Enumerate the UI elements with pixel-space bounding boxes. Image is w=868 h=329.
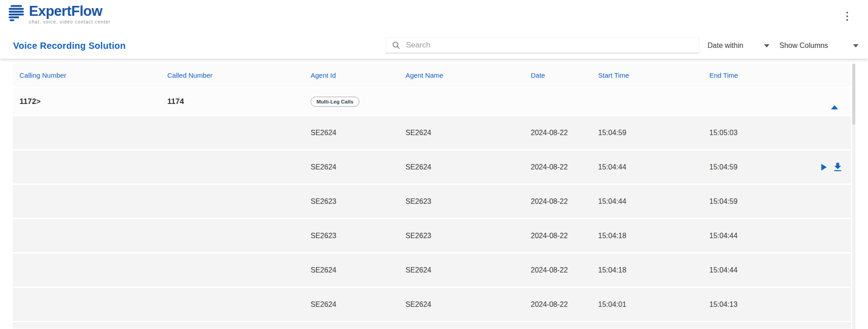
agent-name-cell: SE2624 [406, 163, 531, 171]
date-cell: 2024-08-22 [531, 197, 598, 206]
agent-id-cell: SE2624 [311, 301, 406, 309]
show-columns-dropdown[interactable]: Show Columns [777, 38, 861, 53]
column-header-date[interactable]: Date [531, 71, 598, 79]
download-icon[interactable] [832, 161, 844, 173]
date-cell: 2024-08-22 [531, 232, 598, 240]
agent-name-cell: SE2624 [406, 129, 531, 137]
start-time-cell: 15:04:44 [598, 163, 709, 171]
calling-number-value: 1172> [19, 97, 167, 106]
agent-id-cell: SE2624 [311, 129, 406, 137]
expertflow-logo-icon [7, 4, 26, 24]
table-scrollbar[interactable] [852, 64, 855, 329]
agent-id-cell: SE2624 [311, 163, 406, 171]
expertflow-logo: ExpertFlow chat, voice, video contact ce… [7, 4, 111, 24]
triangle-up-icon[interactable] [829, 96, 840, 108]
page-title: Voice Recording Solution [13, 41, 126, 51]
agent-name-cell: SE2624 [406, 266, 531, 274]
search-input[interactable] [405, 40, 693, 50]
call-leg-row: SE2624 SE2624 2024-08-22 15:04:01 15:04:… [13, 288, 851, 321]
toolbar: Voice Recording Solution Date within Sho… [0, 33, 868, 59]
date-cell: 2024-08-22 [531, 301, 598, 309]
call-leg-row: SE2624 SE2624 2024-08-22 15:04:44 15:04:… [13, 150, 851, 183]
brand-tagline: chat, voice, video contact center [29, 19, 111, 24]
start-time-cell: 15:04:18 [598, 266, 709, 274]
date-within-dropdown[interactable]: Date within [705, 38, 772, 53]
start-time-cell: 15:04:59 [598, 129, 709, 137]
call-leg-row: SE2624 SE2624 2024-08-22 15:04:59 15:05:… [13, 116, 851, 149]
start-time-cell: 15:04:44 [598, 197, 709, 206]
column-header-agent-name[interactable]: Agent Name [406, 71, 531, 79]
end-time-cell: 15:04:59 [709, 197, 851, 206]
date-within-label: Date within [708, 42, 743, 50]
date-cell: 2024-08-22 [531, 163, 598, 171]
column-header-called-number[interactable]: Called Number [167, 71, 311, 79]
start-time-cell: 15:04:18 [598, 232, 709, 240]
column-header-start-time[interactable]: Start Time [598, 71, 709, 79]
app-bar: ExpertFlow chat, voice, video contact ce… [0, 0, 868, 33]
show-columns-label: Show Columns [779, 42, 828, 50]
agent-id-cell: SE2623 [311, 197, 406, 206]
call-group-row[interactable]: 1172> 1174 Multi-Leg Calls [13, 88, 851, 115]
brand-name: ExpertFlow [29, 4, 111, 19]
called-number-value: 1174 [167, 97, 311, 106]
search-box [386, 37, 699, 53]
call-leg-row: SE2623 SE2623 2024-08-22 15:04:18 15:04:… [13, 219, 851, 252]
agent-name-cell: SE2624 [406, 301, 531, 309]
column-header-end-time[interactable]: End Time [709, 71, 851, 79]
table-scrollbar-thumb[interactable] [852, 64, 855, 125]
call-leg-row: SE2624 SE2624 2024-08-22 15:04:18 15:04:… [13, 254, 851, 287]
table-header-row: Calling Number Called Number Agent Id Ag… [13, 64, 851, 87]
date-cell: 2024-08-22 [531, 266, 598, 274]
multi-leg-calls-badge: Multi-Leg Calls [311, 97, 359, 107]
agent-name-cell: SE2623 [406, 197, 531, 206]
call-leg-row: SE2623 SE2623 2024-08-22 15:04:44 15:04:… [13, 185, 851, 218]
column-header-agent-id[interactable]: Agent Id [311, 71, 406, 79]
recordings-table: Calling Number Called Number Agent Id Ag… [13, 64, 855, 329]
search-icon [392, 41, 401, 50]
agent-name-cell: SE2623 [406, 232, 531, 240]
kebab-menu-icon[interactable] [844, 10, 850, 23]
end-time-cell: 15:04:13 [709, 301, 851, 309]
end-time-cell: 15:04:44 [709, 232, 851, 240]
end-time-cell: 15:05:03 [709, 129, 851, 137]
agent-id-cell: SE2624 [311, 266, 406, 274]
start-time-cell: 15:04:01 [598, 301, 709, 309]
caret-down-icon [764, 44, 769, 47]
play-icon[interactable] [817, 161, 829, 173]
call-leg-row-partial [13, 322, 851, 329]
end-time-cell: 15:04:44 [709, 266, 851, 274]
date-cell: 2024-08-22 [531, 129, 598, 137]
agent-id-cell: SE2623 [311, 232, 406, 240]
caret-down-icon [853, 44, 859, 47]
column-header-calling-number[interactable]: Calling Number [19, 71, 167, 79]
